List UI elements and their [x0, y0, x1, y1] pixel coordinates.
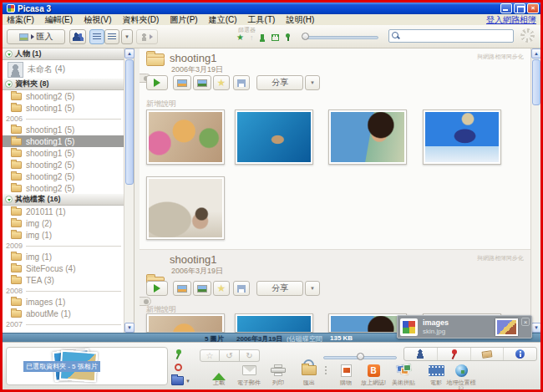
- menu-edit[interactable]: 編輯(E): [45, 14, 73, 26]
- share-button[interactable]: 分享: [256, 281, 303, 296]
- search-input[interactable]: [401, 31, 510, 41]
- filter-starred-icon[interactable]: ★: [236, 33, 244, 42]
- sidebar-item-folder[interactable]: shooting2 (5): [3, 171, 124, 182]
- menu-picture[interactable]: 圖片(P): [170, 14, 197, 26]
- properties-panel-button[interactable]: [504, 348, 536, 360]
- rotate-left-button[interactable]: ↺: [220, 349, 240, 362]
- timeline-button[interactable]: [173, 75, 191, 90]
- scroll-down-icon[interactable]: ▼: [124, 323, 134, 333]
- add-to-album-button[interactable]: [171, 376, 184, 385]
- sidebar-header-folders[interactable]: 資料夾 (8): [3, 79, 124, 90]
- import-notification-popup[interactable]: images skin.jpg ×: [397, 315, 532, 339]
- photo-thumbnail[interactable]: [235, 313, 313, 333]
- sidebar-item-folder[interactable]: images (1): [3, 296, 124, 308]
- timeline-button[interactable]: [173, 281, 191, 296]
- popup-close-icon[interactable]: ×: [521, 318, 530, 326]
- collapse-icon[interactable]: [5, 196, 13, 203]
- sidebar-item-folder[interactable]: aboutMe (1): [3, 308, 124, 319]
- sidebar-item-folder[interactable]: shooting1 (5): [3, 102, 124, 114]
- sidebar-item-folder[interactable]: shooting2 (5): [3, 182, 124, 194]
- email-button[interactable]: 電子郵件: [234, 361, 264, 386]
- geotag-button[interactable]: 地理位置標記: [444, 361, 478, 392]
- section-title[interactable]: shooting1: [170, 253, 216, 266]
- minimize-button[interactable]: [500, 3, 512, 13]
- scroll-down-icon[interactable]: ▼: [531, 323, 541, 333]
- popup-thumbnail[interactable]: [495, 318, 518, 336]
- filter-movies-icon[interactable]: [272, 34, 279, 41]
- section-title[interactable]: shooting1: [170, 52, 216, 64]
- collapse-icon[interactable]: [5, 50, 13, 58]
- shop-button[interactable]: 購物: [331, 361, 361, 386]
- scrollbar-thumb[interactable]: [532, 59, 540, 105]
- photo-thumbnail[interactable]: [146, 176, 225, 240]
- star-button[interactable]: ★: [213, 75, 230, 90]
- date-filter-slider-track[interactable]: [303, 36, 378, 39]
- upload-button[interactable]: 上載: [204, 361, 234, 386]
- sidebar-scrollbar[interactable]: ▲ ▼: [124, 48, 134, 333]
- album-dropdown-icon[interactable]: ▼: [185, 379, 190, 384]
- share-dropdown[interactable]: ▼: [305, 281, 320, 296]
- print-button[interactable]: 列印: [263, 361, 293, 386]
- places-panel-button[interactable]: [438, 348, 471, 360]
- rotate-right-button[interactable]: ↻: [240, 349, 260, 362]
- filter-uploaded-icon[interactable]: ↑: [250, 34, 254, 42]
- collage-button[interactable]: 美術拼貼: [388, 361, 419, 386]
- close-button[interactable]: ×: [527, 3, 539, 13]
- people-panel-button[interactable]: [404, 348, 438, 360]
- save-button[interactable]: [233, 75, 250, 90]
- sidebar-item-folder[interactable]: shooting2 (5): [3, 159, 124, 171]
- sidebar-item-folder[interactable]: TEA (3): [3, 274, 124, 286]
- clear-selection-button[interactable]: [175, 364, 182, 371]
- photo-thumbnail[interactable]: [328, 313, 407, 333]
- photo-tray[interactable]: 已選取資料夾 - 5 張相片: [6, 347, 168, 385]
- movie-button[interactable]: [193, 75, 211, 90]
- sidebar-item-folder-selected[interactable]: shooting1 (5): [3, 135, 124, 147]
- maximize-button[interactable]: [514, 3, 525, 13]
- export-button[interactable]: 匯出: [294, 361, 324, 386]
- hold-selection-pin-button[interactable]: [173, 349, 183, 360]
- flat-view-button[interactable]: [89, 29, 104, 44]
- sidebar-item-folder[interactable]: img (2): [3, 217, 124, 229]
- star-button[interactable]: ★: [213, 281, 230, 296]
- photo-thumbnail[interactable]: [235, 109, 313, 165]
- blog-this-button[interactable]: B 放上網誌!: [358, 361, 388, 386]
- menu-folder[interactable]: 資料夾(D): [122, 14, 159, 26]
- slideshow-button-disabled[interactable]: [136, 29, 158, 44]
- photo-thumbnail[interactable]: [146, 109, 225, 165]
- photo-thumbnail[interactable]: [146, 313, 225, 333]
- date-filter-slider-handle[interactable]: [302, 33, 309, 40]
- sidebar-item-folder[interactable]: shooting2 (5): [3, 90, 124, 102]
- import-button[interactable]: 匯入: [7, 29, 65, 44]
- sidebar-item-person[interactable]: 未命名 (4): [3, 60, 124, 79]
- share-button[interactable]: 分享: [256, 75, 303, 90]
- movie-button[interactable]: [193, 281, 211, 296]
- menu-view[interactable]: 檢視(V): [84, 14, 111, 26]
- menu-help[interactable]: 說明(H): [286, 14, 314, 26]
- save-button[interactable]: [233, 281, 250, 296]
- filter-faces-icon[interactable]: [259, 34, 266, 42]
- scrollbar-thumb[interactable]: [125, 59, 134, 185]
- filter-geotagged-icon[interactable]: [285, 33, 291, 42]
- sidebar-item-folder[interactable]: shooting1 (5): [3, 124, 124, 135]
- sidebar-header-people[interactable]: 人物 (1): [3, 48, 124, 60]
- scroll-up-icon[interactable]: ▲: [531, 48, 541, 59]
- view-options-dropdown[interactable]: ▼: [121, 29, 133, 44]
- sidebar-item-folder[interactable]: 201011 (1): [3, 206, 124, 217]
- sidebar-header-other-files[interactable]: 其他檔案 (16): [3, 194, 124, 206]
- menu-file[interactable]: 檔案(F): [7, 14, 34, 26]
- menu-tools[interactable]: 工具(T): [248, 14, 276, 26]
- title-bar[interactable]: Picasa 3 ×: [3, 3, 540, 14]
- menu-create[interactable]: 建立(C): [209, 14, 237, 26]
- collapse-icon[interactable]: [5, 80, 13, 88]
- caption-placeholder[interactable]: 新增說明: [146, 99, 176, 109]
- sidebar-item-folder[interactable]: img (1): [3, 229, 124, 241]
- web-albums-signin-link[interactable]: 登入網路相簿: [486, 14, 536, 26]
- people-view-button[interactable]: [69, 29, 86, 44]
- photo-thumbnail[interactable]: [328, 109, 407, 165]
- tags-panel-button[interactable]: [471, 348, 505, 360]
- sidebar-item-folder[interactable]: img (1): [3, 251, 124, 262]
- star-toggle-button[interactable]: ☆: [200, 349, 220, 362]
- content-scrollbar[interactable]: ▲ ▼: [530, 48, 540, 333]
- tree-view-button[interactable]: [104, 29, 119, 44]
- zoom-slider-handle[interactable]: [357, 353, 364, 360]
